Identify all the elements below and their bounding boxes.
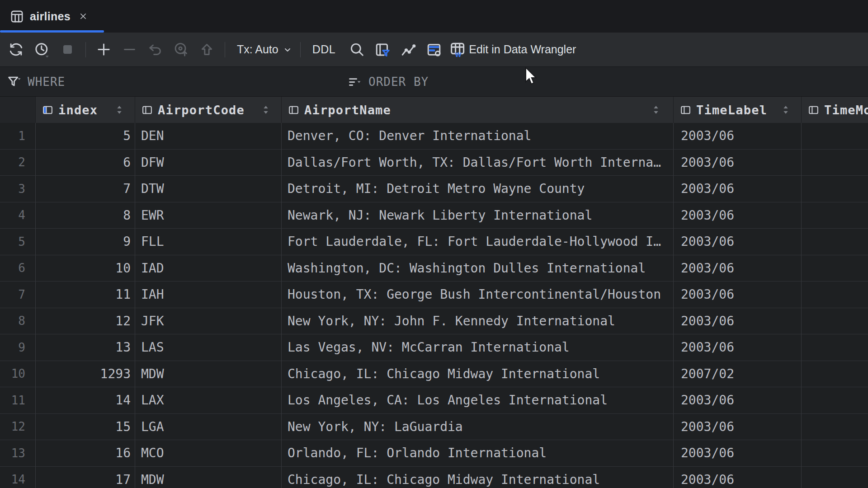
cell-timelabel[interactable]: 2003/06: [674, 202, 802, 229]
cell-airportname[interactable]: Los Angeles, CA: Los Angeles Internation…: [282, 387, 674, 414]
cell-index[interactable]: 14: [36, 387, 135, 414]
cell-index[interactable]: 5: [36, 123, 135, 150]
column-header-timelabel[interactable]: TimeLabel: [674, 97, 802, 123]
cell-airportcode[interactable]: DEN: [135, 123, 282, 150]
cell-index[interactable]: 11: [36, 282, 135, 308]
search-icon[interactable]: [346, 38, 367, 61]
cell-airportname[interactable]: Orlando, FL: Orlando International: [282, 440, 674, 467]
cell-airportcode[interactable]: LGA: [135, 414, 282, 441]
cell-timelabel[interactable]: 2003/06: [674, 467, 802, 488]
cell-index[interactable]: 17: [36, 467, 135, 488]
preview-changes-icon[interactable]: [170, 38, 191, 61]
cell-index[interactable]: 10: [36, 255, 135, 282]
order-by-field[interactable]: ORDER BY: [347, 67, 429, 97]
cell-timemonth[interactable]: [802, 176, 868, 202]
row-number[interactable]: 3: [0, 176, 36, 202]
cell-airportcode[interactable]: LAS: [135, 334, 282, 361]
schedule-icon[interactable]: [31, 38, 52, 61]
cell-timelabel[interactable]: 2003/06: [674, 282, 802, 308]
close-icon[interactable]: [76, 11, 90, 21]
cell-airportcode[interactable]: JFK: [135, 308, 282, 335]
row-number[interactable]: 1: [0, 123, 36, 150]
cell-timelabel[interactable]: 2003/06: [674, 176, 802, 202]
cell-airportcode[interactable]: MDW: [135, 361, 282, 388]
cell-airportname[interactable]: Denver, CO: Denver International: [282, 123, 674, 150]
submit-icon[interactable]: [196, 38, 217, 61]
cell-airportname[interactable]: Houston, TX: George Bush Intercontinenta…: [282, 282, 674, 308]
cell-timelabel[interactable]: 2003/06: [674, 334, 802, 361]
ddl-button[interactable]: DDL: [308, 38, 340, 61]
row-number[interactable]: 12: [0, 414, 36, 441]
cell-index[interactable]: 16: [36, 440, 135, 467]
cell-timelabel[interactable]: 2003/06: [674, 150, 802, 176]
cell-index[interactable]: 7: [36, 176, 135, 202]
cell-airportname[interactable]: Las Vegas, NV: McCarran International: [282, 334, 674, 361]
cell-airportname[interactable]: Detroit, MI: Detroit Metro Wayne County: [282, 176, 674, 202]
tab-airlines[interactable]: airlines: [0, 0, 104, 33]
cell-timemonth[interactable]: [802, 334, 868, 361]
cell-timelabel[interactable]: 2003/06: [674, 229, 802, 255]
cell-airportcode[interactable]: FLL: [135, 229, 282, 255]
row-number[interactable]: 4: [0, 202, 36, 229]
cell-timemonth[interactable]: [802, 387, 868, 414]
reload-icon[interactable]: [5, 38, 26, 61]
column-header-timemonth[interactable]: TimeMo: [802, 97, 868, 123]
cell-timemonth[interactable]: [802, 440, 868, 467]
cell-timemonth[interactable]: [802, 202, 868, 229]
column-header-airportname[interactable]: AirportName: [282, 97, 674, 123]
cell-airportname[interactable]: Dallas/Fort Worth, TX: Dallas/Fort Worth…: [282, 150, 674, 176]
cell-airportcode[interactable]: MDW: [135, 467, 282, 488]
cell-timelabel[interactable]: 2003/06: [674, 387, 802, 414]
cell-timemonth[interactable]: [802, 467, 868, 488]
cell-airportname[interactable]: New York, NY: John F. Kennedy Internatio…: [282, 308, 674, 335]
cell-airportcode[interactable]: LAX: [135, 387, 282, 414]
cell-timelabel[interactable]: 2003/06: [674, 255, 802, 282]
undo-icon[interactable]: [145, 38, 165, 61]
cell-airportcode[interactable]: IAD: [135, 255, 282, 282]
view-options-icon[interactable]: [424, 38, 444, 61]
cell-timelabel[interactable]: 2007/02: [674, 361, 802, 388]
row-number-header[interactable]: [0, 97, 36, 123]
cell-airportname[interactable]: New York, NY: LaGuardia: [282, 414, 674, 441]
cell-timemonth[interactable]: [802, 150, 868, 176]
row-number[interactable]: 8: [0, 308, 36, 335]
cell-timemonth[interactable]: [802, 361, 868, 388]
cell-airportcode[interactable]: IAH: [135, 282, 282, 308]
chart-icon[interactable]: [398, 38, 419, 61]
stop-icon[interactable]: [57, 38, 78, 61]
row-number[interactable]: 11: [0, 387, 36, 414]
cell-airportname[interactable]: Chicago, IL: Chicago Midway Internationa…: [282, 467, 674, 488]
add-row-icon[interactable]: [93, 38, 114, 61]
row-number[interactable]: 5: [0, 229, 36, 255]
where-filter-field[interactable]: WHERE: [6, 67, 65, 97]
cell-index[interactable]: 15: [36, 414, 135, 441]
cell-airportname[interactable]: Washington, DC: Washington Dulles Intern…: [282, 255, 674, 282]
cell-airportname[interactable]: Newark, NJ: Newark Liberty International: [282, 202, 674, 229]
row-number[interactable]: 9: [0, 334, 36, 361]
cell-timelabel[interactable]: 2003/06: [674, 308, 802, 335]
row-number[interactable]: 10: [0, 361, 36, 388]
cell-index[interactable]: 8: [36, 202, 135, 229]
column-header-airportcode[interactable]: AirportCode: [135, 97, 282, 123]
cell-index[interactable]: 1293: [36, 361, 135, 388]
cell-index[interactable]: 13: [36, 334, 135, 361]
cell-index[interactable]: 9: [36, 229, 135, 255]
cell-timelabel[interactable]: 2003/06: [674, 414, 802, 441]
cell-index[interactable]: 6: [36, 150, 135, 176]
cell-timemonth[interactable]: [802, 255, 868, 282]
delete-row-icon[interactable]: [119, 38, 140, 61]
cell-airportcode[interactable]: DTW: [135, 176, 282, 202]
cell-airportname[interactable]: Fort Lauderdale, FL: Fort Lauderdale-Hol…: [282, 229, 674, 255]
cell-timemonth[interactable]: [802, 123, 868, 150]
tx-mode-dropdown[interactable]: Tx: Auto: [232, 38, 297, 61]
filter-rows-icon[interactable]: [372, 38, 393, 61]
cell-index[interactable]: 12: [36, 308, 135, 335]
cell-timelabel[interactable]: 2003/06: [674, 123, 802, 150]
row-number[interactable]: 7: [0, 282, 36, 308]
cell-airportname[interactable]: Chicago, IL: Chicago Midway Internationa…: [282, 361, 674, 388]
row-number[interactable]: 14: [0, 467, 36, 488]
cell-timemonth[interactable]: [802, 308, 868, 335]
cell-airportcode[interactable]: DFW: [135, 150, 282, 176]
row-number[interactable]: 13: [0, 440, 36, 467]
cell-timemonth[interactable]: [802, 414, 868, 441]
